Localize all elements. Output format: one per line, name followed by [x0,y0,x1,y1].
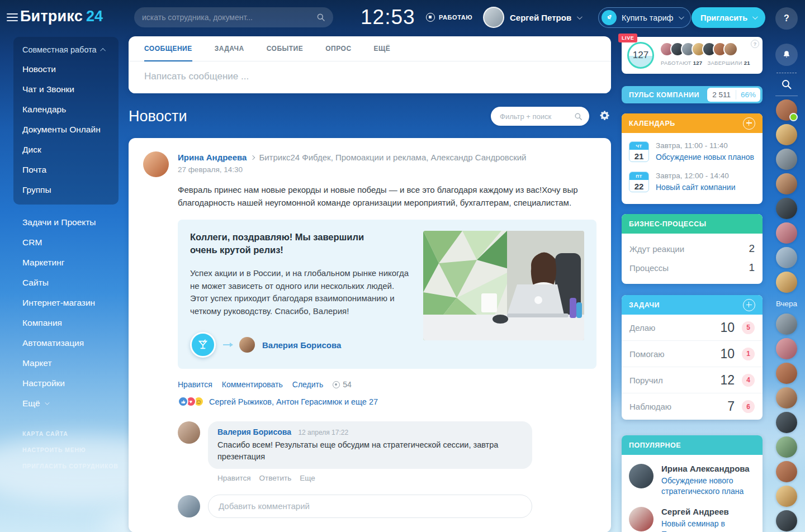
sidebar-item-chat[interactable]: Чат и Звонки [13,79,119,99]
sidebar-item-docs[interactable]: Документы Онлайн [13,120,119,140]
bp-row[interactable]: Процессы 1 [629,258,755,277]
badge-recipient-avatar[interactable] [239,337,255,353]
add-event-icon[interactable] [743,117,755,130]
comment-reply-link[interactable]: Ответить [259,474,292,482]
post-author-avatar[interactable] [143,151,169,177]
invite-button[interactable]: Пригласить [692,7,765,28]
sidebar-item-more[interactable]: Ещё [13,393,119,414]
contact-avatar[interactable] [776,387,797,408]
cocktail-badge-icon[interactable] [190,332,216,358]
popular-item[interactable]: Ирина Александрова Обсуждение нового стр… [622,455,763,498]
reactions-people-link[interactable]: Сергей Рыжиков, Антон Герасимюк и еще 27 [209,397,378,406]
calendar-event[interactable]: ПТ 22 Завтра, 12:00 - 14:40 Новый сайт к… [629,172,755,192]
contact-avatar[interactable] [776,338,797,359]
contact-avatar[interactable] [776,272,797,293]
calendar-event[interactable]: ЧТ 21 Завтра, 11:00 - 11:40 Обсуждение н… [629,141,755,162]
help-button[interactable]: ? [775,7,798,30]
contact-avatar[interactable] [776,99,797,121]
comment-like-link[interactable]: Нравится [217,474,251,482]
popular-post-link[interactable]: Новый семинар в Польше [661,519,755,532]
add-comment-input[interactable] [208,495,532,518]
contact-avatar[interactable] [776,222,797,244]
contact-avatar[interactable] [776,412,797,433]
sidebar-group-header[interactable]: Совместная работа [13,40,119,59]
sidebar-item-marketing[interactable]: Маркетинг [13,253,119,273]
contact-avatar[interactable] [776,149,797,170]
comment-author-link[interactable]: Валерия Борисова [217,428,291,436]
post-photo[interactable] [423,231,584,340]
contact-avatar[interactable] [776,124,797,145]
sidebar-item-company[interactable]: Компания [13,313,119,333]
contact-avatar[interactable] [776,247,797,268]
task-alert-badge[interactable]: 5 [742,321,755,334]
popular-item[interactable]: Сергей Андреев Новый семинар в Польше [622,498,763,532]
rail-search-icon[interactable] [780,79,793,90]
event-link[interactable]: Новый сайт компании [656,182,735,192]
app-logo[interactable]: Битрикс24 [20,8,103,25]
sidebar-item-sites[interactable]: Сайты [13,273,119,293]
filter-search-input[interactable] [500,112,574,121]
work-status[interactable]: РАБОТАЮ [426,13,472,22]
like-link[interactable]: Нравится [178,380,212,389]
configure-menu-link[interactable]: НАСТРОИТЬ МЕНЮ [22,446,119,453]
sidebar-item-settings[interactable]: Настройки [13,373,119,393]
task-alert-badge[interactable]: 1 [742,348,755,360]
user-menu[interactable]: Сергей Петров [483,7,581,28]
sidebar-item-automation[interactable]: Автоматизация [13,333,119,353]
notifications-bell-icon[interactable] [775,44,798,66]
comment-more-link[interactable]: Еще [300,474,315,482]
bp-row[interactable]: Ждут реакции 2 [629,239,755,258]
sidebar-item-shop[interactable]: Интернет-магазин [13,293,119,313]
contact-avatar[interactable] [776,363,797,384]
feed-settings-gear-icon[interactable] [599,110,610,123]
popular-user-name[interactable]: Ирина Александрова [661,464,755,473]
task-alert-badge[interactable]: 6 [742,400,755,413]
contact-avatar[interactable] [776,461,797,482]
sidebar-item-news[interactable]: Новости [13,59,119,79]
contact-avatar[interactable] [776,173,797,194]
sitemap-link[interactable]: КАРТА САЙТА [22,430,119,437]
help-icon[interactable]: ? [751,40,759,48]
contact-avatar[interactable] [776,436,797,458]
tab-poll[interactable]: ОПРОС [325,36,351,61]
sidebar-item-market[interactable]: Маркет [13,353,119,373]
add-task-icon[interactable] [743,299,755,311]
composer-input[interactable] [129,61,611,93]
contact-avatar[interactable] [776,510,797,531]
sidebar-item-crm[interactable]: CRM [13,232,119,253]
global-search-input[interactable] [142,13,316,22]
hamburger-menu-icon[interactable] [7,13,18,23]
post-author-link[interactable]: Ирина Андреева [178,153,247,162]
feed-filter[interactable] [491,107,589,126]
global-search[interactable] [134,7,333,27]
live-working-widget[interactable]: LIVE 127 РАБОТАЮТ127 ЗАВЕРШИЛИ21 ? [622,37,763,74]
comment-author-avatar[interactable] [178,421,200,444]
buy-tariff-button[interactable]: Купить тариф [598,7,691,28]
task-alert-badge[interactable]: 4 [742,374,755,387]
popular-post-link[interactable]: Обсуждение нового стратегического плана [661,476,755,497]
task-row[interactable]: Делаю 10 5 [622,315,763,341]
sidebar-item-disk[interactable]: Диск [13,140,119,160]
popular-user-name[interactable]: Сергей Андреев [661,507,755,516]
company-pulse-bar[interactable]: ПУЛЬС КОМПАНИИ 2 511 66% [622,86,763,103]
contact-avatar[interactable] [776,314,797,335]
post-audience[interactable]: Битрикс24 Фибдек, Промоакции и реклама, … [259,153,526,162]
task-row[interactable]: Наблюдаю 7 6 [622,393,763,420]
badge-recipient-link[interactable]: Валерия Борисова [262,340,341,350]
task-row[interactable]: Поручил 12 4 [622,367,763,393]
tab-more[interactable]: ЕЩЁ [374,36,391,61]
sidebar-item-groups[interactable]: Группы [13,180,119,200]
contact-avatar[interactable] [776,198,797,219]
task-row[interactable]: Помогаю 10 1 [622,341,763,367]
sidebar-item-tasks[interactable]: Задачи и Проекты [13,212,119,232]
tab-message[interactable]: СООБЩЕНИЕ [144,36,192,61]
comment-link[interactable]: Комментировать [222,380,283,389]
sidebar-item-calendar[interactable]: Календарь [13,99,119,120]
tab-event[interactable]: СОБЫТИЕ [267,36,304,61]
sidebar-item-mail[interactable]: Почта [13,160,119,180]
event-link[interactable]: Обсуждение новых планов [656,152,754,162]
contact-avatar[interactable] [776,486,797,507]
invite-employees-link[interactable]: ПРИГЛАСИТЬ СОТРУДНИКОВ [22,463,119,469]
follow-link[interactable]: Следить [292,380,323,389]
work-clock[interactable]: 12:53 [361,6,415,29]
